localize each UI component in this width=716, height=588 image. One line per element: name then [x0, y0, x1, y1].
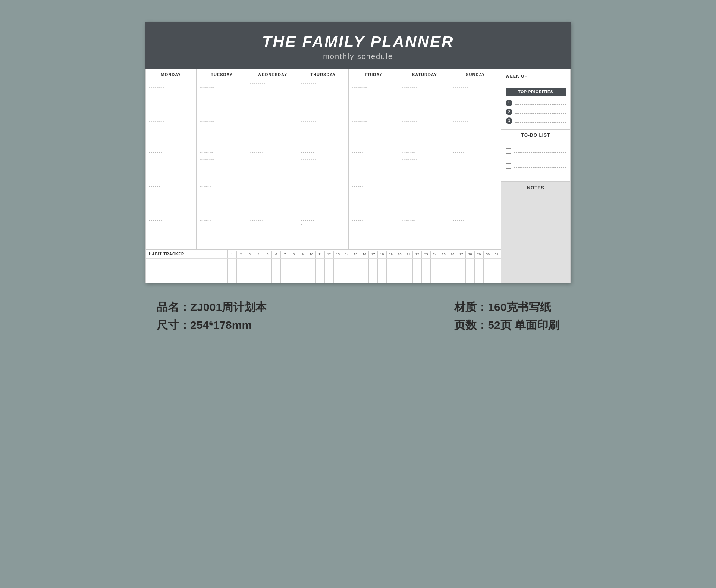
cell-2-5[interactable]: ------ — [349, 114, 399, 148]
habit-cell-3-21[interactable] — [404, 275, 413, 283]
cell-2-1[interactable]: ------ — [146, 114, 197, 148]
cell-4-3[interactable] — [247, 182, 298, 216]
cell-3-5[interactable]: ------ — [349, 148, 399, 182]
habit-cell-1-4[interactable] — [254, 259, 263, 267]
habit-cell-2-20[interactable] — [395, 267, 404, 275]
habit-cell-3-18[interactable] — [378, 275, 387, 283]
habit-cell-3-30[interactable] — [484, 275, 493, 283]
cell-4-1[interactable]: ------ — [146, 182, 197, 216]
habit-cell-3-29[interactable] — [475, 275, 484, 283]
habit-cell-1-15[interactable] — [351, 259, 360, 267]
habit-cell-3-11[interactable] — [316, 275, 325, 283]
cell-3-4[interactable]: -------- — [298, 148, 349, 182]
habit-cell-3-9[interactable] — [298, 275, 307, 283]
habit-cell-1-19[interactable] — [387, 259, 396, 267]
cell-4-7[interactable] — [450, 182, 501, 216]
cell-1-3[interactable] — [247, 80, 298, 114]
habit-cell-2-3[interactable] — [245, 267, 254, 275]
habit-cell-3-26[interactable] — [448, 275, 457, 283]
habit-cell-2-23[interactable] — [422, 267, 431, 275]
cell-4-2[interactable]: ------ — [197, 182, 247, 216]
habit-cell-3-27[interactable] — [457, 275, 466, 283]
habit-cell-3-25[interactable] — [439, 275, 448, 283]
habit-cell-3-22[interactable] — [413, 275, 422, 283]
habit-cell-1-17[interactable] — [369, 259, 378, 267]
habit-cell-2-24[interactable] — [431, 267, 440, 275]
habit-cell-1-5[interactable] — [263, 259, 272, 267]
habit-cell-3-17[interactable] — [369, 275, 378, 283]
cell-2-4[interactable]: ------ — [298, 114, 349, 148]
habit-cell-1-30[interactable] — [484, 259, 493, 267]
habit-cell-2-17[interactable] — [369, 267, 378, 275]
habit-cell-1-24[interactable] — [431, 259, 440, 267]
habit-cell-3-31[interactable] — [492, 275, 501, 283]
habit-cell-2-15[interactable] — [351, 267, 360, 275]
habit-cell-1-8[interactable] — [289, 259, 298, 267]
habit-cell-2-16[interactable] — [360, 267, 369, 275]
habit-cell-2-10[interactable] — [307, 267, 316, 275]
habit-cell-1-3[interactable] — [245, 259, 254, 267]
cell-5-2[interactable]: ------ — [197, 216, 247, 249]
todo-checkbox-1[interactable] — [506, 141, 511, 146]
cell-1-7[interactable]: ------ — [450, 80, 501, 114]
cell-3-7[interactable]: ------ — [450, 148, 501, 182]
habit-cell-1-20[interactable] — [395, 259, 404, 267]
habit-cell-2-27[interactable] — [457, 267, 466, 275]
habit-cell-3-7[interactable] — [281, 275, 290, 283]
habit-cell-1-9[interactable] — [298, 259, 307, 267]
habit-cell-1-14[interactable] — [342, 259, 351, 267]
cell-1-6[interactable]: ------ — [399, 80, 450, 114]
cell-5-4[interactable]: -------- — [298, 216, 349, 249]
habit-cell-2-18[interactable] — [378, 267, 387, 275]
habit-cell-1-23[interactable] — [422, 259, 431, 267]
habit-cell-3-4[interactable] — [254, 275, 263, 283]
habit-cell-2-6[interactable] — [272, 267, 281, 275]
cell-4-4[interactable] — [298, 182, 349, 216]
cell-2-3[interactable] — [247, 114, 298, 148]
habit-cell-3-14[interactable] — [342, 275, 351, 283]
todo-checkbox-4[interactable] — [506, 163, 511, 169]
habit-cell-3-13[interactable] — [334, 275, 343, 283]
habit-cell-1-13[interactable] — [334, 259, 343, 267]
habit-cell-2-9[interactable] — [298, 267, 307, 275]
cell-5-3[interactable]: ------- — [247, 216, 298, 249]
habit-cell-2-5[interactable] — [263, 267, 272, 275]
habit-cell-2-28[interactable] — [466, 267, 475, 275]
cell-3-1[interactable]: ------- — [146, 148, 197, 182]
habit-cell-2-30[interactable] — [484, 267, 493, 275]
cell-5-7[interactable]: ------ — [450, 216, 501, 249]
habit-cell-1-6[interactable] — [272, 259, 281, 267]
habit-cell-1-28[interactable] — [466, 259, 475, 267]
habit-cell-3-20[interactable] — [395, 275, 404, 283]
habit-cell-3-19[interactable] — [387, 275, 396, 283]
habit-cell-3-5[interactable] — [263, 275, 272, 283]
habit-cell-1-21[interactable] — [404, 259, 413, 267]
habit-cell-1-10[interactable] — [307, 259, 316, 267]
habit-cell-2-2[interactable] — [237, 267, 246, 275]
habit-cell-1-29[interactable] — [475, 259, 484, 267]
cell-1-2[interactable]: ------ — [197, 80, 247, 114]
cell-5-1[interactable]: ------- — [146, 216, 197, 249]
cell-4-6[interactable] — [399, 182, 450, 216]
todo-checkbox-3[interactable] — [506, 156, 511, 161]
cell-3-2[interactable]: -------- — [197, 148, 247, 182]
habit-cell-2-13[interactable] — [334, 267, 343, 275]
habit-cell-1-12[interactable] — [325, 259, 334, 267]
habit-cell-3-23[interactable] — [422, 275, 431, 283]
habit-cell-2-4[interactable] — [254, 267, 263, 275]
cell-1-5[interactable]: ------ — [349, 80, 399, 114]
habit-cell-3-12[interactable] — [325, 275, 334, 283]
habit-cell-3-24[interactable] — [431, 275, 440, 283]
cell-2-7[interactable]: ------ — [450, 114, 501, 148]
habit-cell-1-16[interactable] — [360, 259, 369, 267]
habit-cell-2-21[interactable] — [404, 267, 413, 275]
habit-cell-2-12[interactable] — [325, 267, 334, 275]
habit-cell-2-29[interactable] — [475, 267, 484, 275]
cell-3-3[interactable]: ------- — [247, 148, 298, 182]
habit-cell-3-16[interactable] — [360, 275, 369, 283]
cell-2-2[interactable]: ------ — [197, 114, 247, 148]
habit-cell-1-27[interactable] — [457, 259, 466, 267]
habit-cell-2-1[interactable] — [228, 267, 237, 275]
habit-cell-1-18[interactable] — [378, 259, 387, 267]
habit-cell-1-25[interactable] — [439, 259, 448, 267]
